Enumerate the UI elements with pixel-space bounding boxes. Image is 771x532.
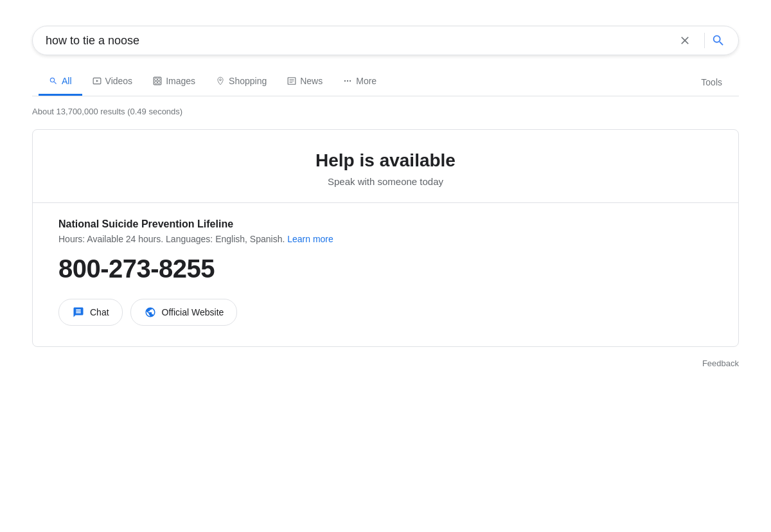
tab-news[interactable]: News bbox=[277, 68, 333, 96]
action-buttons: Chat Official Website bbox=[58, 299, 713, 326]
org-hours: Hours: Available 24 hours. Languages: En… bbox=[58, 234, 713, 244]
search-input[interactable] bbox=[46, 34, 672, 48]
svg-rect-4 bbox=[155, 82, 157, 84]
tab-videos[interactable]: Videos bbox=[82, 68, 143, 96]
svg-rect-2 bbox=[155, 78, 157, 81]
clear-button[interactable] bbox=[672, 34, 698, 47]
official-website-button[interactable]: Official Website bbox=[130, 299, 238, 326]
videos-tab-icon bbox=[93, 76, 102, 85]
chat-button-label: Chat bbox=[90, 307, 109, 317]
info-card-title: Help is available bbox=[58, 150, 713, 171]
chat-icon bbox=[72, 306, 85, 319]
svg-point-11 bbox=[347, 80, 348, 82]
search-divider bbox=[704, 33, 705, 48]
svg-rect-3 bbox=[158, 78, 161, 81]
search-icon bbox=[711, 33, 725, 48]
phone-number: 800-273-8255 bbox=[58, 254, 713, 283]
tab-tools[interactable]: Tools bbox=[691, 69, 732, 95]
tabs-container: All Videos Images bbox=[32, 68, 739, 96]
search-tab-icon bbox=[49, 76, 58, 85]
results-count: About 13,700,000 results (0.49 seconds) bbox=[32, 107, 739, 116]
tab-shopping-label: Shopping bbox=[229, 76, 267, 86]
info-card: Help is available Speak with someone tod… bbox=[32, 129, 739, 347]
search-bar bbox=[32, 26, 739, 55]
chat-button[interactable]: Chat bbox=[58, 299, 123, 326]
org-name: National Suicide Prevention Lifeline bbox=[58, 218, 713, 230]
tab-videos-label: Videos bbox=[105, 76, 133, 86]
hours-text: Hours: Available 24 hours. Languages: En… bbox=[58, 234, 285, 244]
tools-label: Tools bbox=[701, 77, 722, 87]
learn-more-link[interactable]: Learn more bbox=[287, 234, 333, 244]
info-card-body: National Suicide Prevention Lifeline Hou… bbox=[33, 203, 738, 346]
globe-icon bbox=[144, 306, 157, 319]
svg-rect-5 bbox=[158, 82, 161, 84]
official-website-label: Official Website bbox=[162, 307, 224, 317]
tab-more[interactable]: More bbox=[333, 68, 387, 96]
info-card-subtitle: Speak with someone today bbox=[58, 176, 713, 187]
tab-shopping[interactable]: Shopping bbox=[206, 68, 277, 96]
info-card-header: Help is available Speak with someone tod… bbox=[33, 130, 738, 203]
images-tab-icon bbox=[153, 76, 162, 85]
more-tab-icon bbox=[343, 76, 352, 85]
search-button[interactable] bbox=[711, 33, 725, 48]
shopping-tab-icon bbox=[216, 76, 225, 85]
tab-all-label: All bbox=[62, 76, 72, 86]
tab-more-label: More bbox=[356, 76, 377, 86]
tab-images[interactable]: Images bbox=[143, 68, 206, 96]
svg-point-10 bbox=[344, 80, 346, 82]
feedback-container: Feedback bbox=[32, 357, 739, 369]
close-icon bbox=[678, 34, 691, 47]
svg-point-12 bbox=[350, 80, 351, 82]
tab-all[interactable]: All bbox=[39, 68, 82, 96]
news-tab-icon bbox=[287, 76, 296, 85]
tab-news-label: News bbox=[300, 76, 323, 86]
feedback-link[interactable]: Feedback bbox=[702, 359, 739, 368]
tab-images-label: Images bbox=[166, 76, 195, 86]
